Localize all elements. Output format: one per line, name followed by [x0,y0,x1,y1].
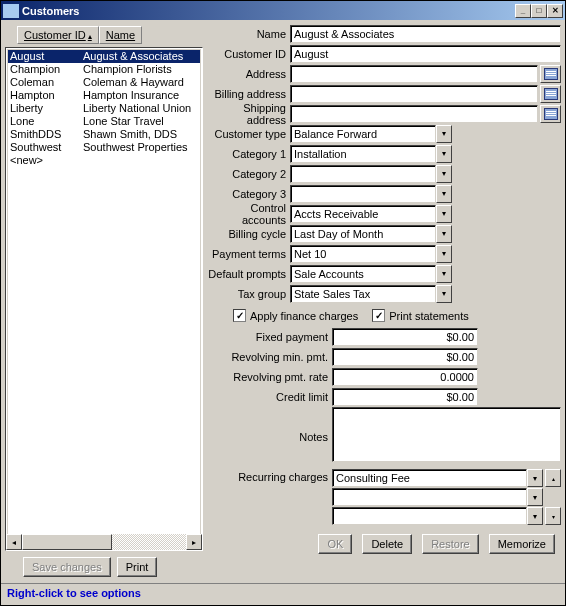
billing-cycle-dropdown[interactable]: ▾ [436,225,452,243]
category2-label: Category 2 [207,168,290,180]
horizontal-scrollbar[interactable]: ◂ ▸ [6,534,202,550]
credit-limit-field[interactable] [332,388,478,406]
list-item[interactable]: SouthwestSouthwest Properties [8,141,200,154]
envelope-icon [544,88,558,100]
titlebar: Customers _ □ ✕ [1,1,565,20]
customers-window: Customers _ □ ✕ Customer ID Name AugustA… [0,0,566,606]
scroll-thumb[interactable] [22,534,112,550]
header-customer-id[interactable]: Customer ID [17,26,99,44]
save-changes-button[interactable]: Save changes [23,557,111,577]
address-detail-button[interactable] [540,65,561,83]
shipping-address-label: Shipping address [207,102,290,126]
app-icon [3,4,19,18]
fixed-payment-label: Fixed payment [207,331,332,343]
print-button[interactable]: Print [117,557,158,577]
shipping-address-detail-button[interactable] [540,105,561,123]
category3-dropdown[interactable]: ▾ [436,185,452,203]
list-item[interactable]: LibertyLiberty National Union [8,102,200,115]
recurring-charge-field[interactable] [332,488,527,506]
maximize-button[interactable]: □ [531,4,547,18]
credit-limit-label: Credit limit [207,391,332,403]
tax-group-dropdown[interactable]: ▾ [436,285,452,303]
notes-label: Notes [207,407,332,462]
control-accounts-field[interactable] [290,205,436,223]
recurring-charge-field[interactable] [332,507,527,525]
list-item[interactable]: LoneLone Star Travel [8,115,200,128]
delete-button[interactable]: Delete [362,534,412,554]
checkbox-icon [372,309,385,322]
spin-down-button[interactable]: ▾ [545,507,561,525]
envelope-icon [544,108,558,120]
envelope-icon [544,68,558,80]
billing-address-label: Billing address [207,88,290,100]
customer-type-field[interactable] [290,125,436,143]
list-item[interactable]: AugustAugust & Associates [8,50,200,63]
memorize-button[interactable]: Memorize [489,534,555,554]
name-label: Name [207,28,290,40]
list-item[interactable]: ColemanColeman & Hayward [8,76,200,89]
header-name[interactable]: Name [99,26,142,44]
name-field[interactable] [290,25,561,43]
category1-field[interactable] [290,145,436,163]
billing-address-field[interactable] [290,85,538,103]
customer-id-field[interactable] [290,45,561,63]
scroll-track[interactable] [22,534,186,550]
category1-label: Category 1 [207,148,290,160]
scroll-right-button[interactable]: ▸ [186,534,202,550]
control-accounts-dropdown[interactable]: ▾ [436,205,452,223]
payment-terms-field[interactable] [290,245,436,263]
tax-group-label: Tax group [207,288,290,300]
fixed-payment-field[interactable] [332,328,478,346]
print-statements-checkbox[interactable]: Print statements [372,309,468,322]
billing-cycle-label: Billing cycle [207,228,290,240]
recurring-charge-dropdown[interactable]: ▾ [527,488,543,506]
scroll-left-button[interactable]: ◂ [6,534,22,550]
category3-field[interactable] [290,185,436,203]
left-panel: Customer ID Name AugustAugust & Associat… [5,24,203,579]
billing-address-detail-button[interactable] [540,85,561,103]
apply-finance-charges-checkbox[interactable]: Apply finance charges [233,309,358,322]
default-prompts-dropdown[interactable]: ▾ [436,265,452,283]
billing-cycle-field[interactable] [290,225,436,243]
checkbox-icon [233,309,246,322]
spin-up-button[interactable]: ▴ [545,469,561,487]
notes-field[interactable] [332,407,561,462]
payment-terms-label: Payment terms [207,248,290,260]
close-button[interactable]: ✕ [547,4,563,18]
customer-id-label: Customer ID [207,48,290,60]
category2-field[interactable] [290,165,436,183]
category3-label: Category 3 [207,188,290,200]
customer-type-dropdown[interactable]: ▾ [436,125,452,143]
shipping-address-field[interactable] [290,105,538,123]
revolving-rate-field[interactable] [332,368,478,386]
list-item[interactable]: <new> [8,154,200,167]
category2-dropdown[interactable]: ▾ [436,165,452,183]
list-item[interactable]: HamptonHampton Insurance [8,89,200,102]
address-label: Address [207,68,290,80]
payment-terms-dropdown[interactable]: ▾ [436,245,452,263]
recurring-charge-dropdown[interactable]: ▾ [527,469,543,487]
customer-type-label: Customer type [207,128,290,140]
revolving-min-label: Revolving min. pmt. [207,351,332,363]
category1-dropdown[interactable]: ▾ [436,145,452,163]
recurring-charge-field[interactable] [332,469,527,487]
address-field[interactable] [290,65,538,83]
window-title: Customers [22,5,515,17]
default-prompts-field[interactable] [290,265,436,283]
control-accounts-label: Control accounts [207,202,290,226]
recurring-charge-dropdown[interactable]: ▾ [527,507,543,525]
customer-list[interactable]: AugustAugust & AssociatesChampionChampio… [5,47,203,551]
revolving-min-field[interactable] [332,348,478,366]
minimize-button[interactable]: _ [515,4,531,18]
recurring-charges-label: Recurring charges [207,469,332,526]
list-item[interactable]: SmithDDSShawn Smith, DDS [8,128,200,141]
default-prompts-label: Default prompts [207,268,290,280]
restore-button[interactable]: Restore [422,534,479,554]
revolving-rate-label: Revolving pmt. rate [207,371,332,383]
list-item[interactable]: ChampionChampion Florists [8,63,200,76]
status-bar: Right-click to see options [1,583,565,605]
ok-button[interactable]: OK [318,534,352,554]
right-panel: Name Customer ID Address Billing address… [207,24,561,579]
tax-group-field[interactable] [290,285,436,303]
